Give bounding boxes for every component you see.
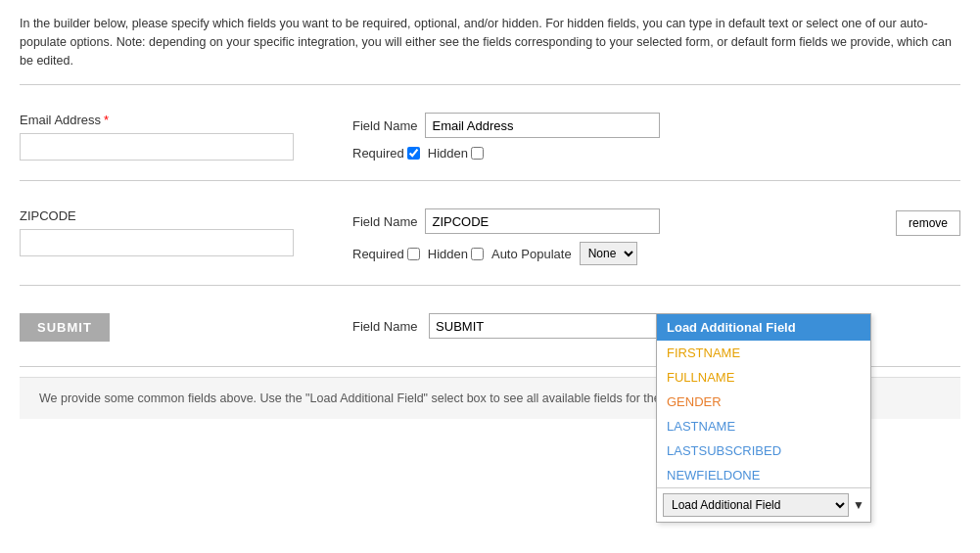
zipcode-field-name-input[interactable]	[425, 208, 660, 234]
zipcode-hidden-checkbox[interactable]	[471, 248, 484, 260]
zipcode-field-name-row: Field Name	[352, 208, 876, 234]
email-field-name-row: Field Name	[352, 113, 960, 138]
email-preview-label: Email Address*	[20, 113, 333, 127]
load-additional-header[interactable]: Load Additional Field	[657, 314, 870, 341]
dropdown-item-lastname[interactable]: LASTNAME	[657, 414, 870, 438]
zipcode-required-checkbox[interactable]	[407, 248, 420, 260]
dropdown-item-newfieldone[interactable]: NEWFIELDONE	[657, 463, 870, 487]
submit-field-name-row: Field Name Load Additional Field FIRSTNA…	[352, 313, 960, 339]
load-additional-dropdown: Load Additional Field FIRSTNAME FULLNAME…	[656, 313, 871, 523]
zipcode-hidden-label: Hidden	[428, 247, 484, 261]
email-settings: Field Name Required Hidden	[333, 113, 960, 161]
zipcode-auto-populate-label: Auto Populate	[491, 247, 572, 261]
email-field-row: Email Address* Field Name Required Hidde…	[20, 95, 960, 170]
email-required-checkbox[interactable]	[407, 147, 420, 160]
email-required-star: *	[104, 113, 109, 127]
email-hidden-checkbox[interactable]	[471, 147, 484, 160]
zipcode-auto-populate-select[interactable]: None	[580, 242, 637, 265]
email-field-name-label: Field Name	[352, 118, 417, 133]
dropdown-item-lastsubscribed[interactable]: LASTSUBSCRIBED	[657, 438, 870, 463]
submit-preview: SUBMIT	[20, 313, 333, 342]
divider-1	[20, 180, 960, 181]
zipcode-field-row: ZIPCODE Field Name Required Hidden Auto …	[20, 191, 960, 275]
dropdown-item-firstname[interactable]: FIRSTNAME	[657, 341, 870, 365]
zipcode-preview-input[interactable]	[20, 229, 294, 256]
submit-settings: Field Name Load Additional Field FIRSTNA…	[333, 313, 960, 346]
page-description: In the builder below, please specify whi…	[20, 15, 960, 69]
email-field-name-input[interactable]	[425, 113, 660, 138]
submit-field-name-input[interactable]	[429, 313, 664, 339]
zipcode-remove-button[interactable]: remove	[896, 210, 960, 236]
email-hidden-label: Hidden	[428, 146, 484, 161]
submit-preview-button[interactable]: SUBMIT	[20, 313, 110, 342]
divider-2	[20, 285, 960, 286]
submit-field-row: SUBMIT Field Name Load Additional Field …	[20, 296, 960, 356]
zipcode-field-name-label: Field Name	[352, 214, 417, 229]
zipcode-required-label: Required	[352, 247, 420, 261]
load-additional-select[interactable]: Load Additional Field	[663, 493, 849, 517]
email-preview-input[interactable]	[20, 133, 294, 161]
email-required-label: Required	[352, 146, 420, 161]
zipcode-options-row: Required Hidden Auto Populate None	[352, 242, 876, 265]
email-preview: Email Address*	[20, 113, 333, 161]
chevron-down-icon: ▼	[853, 498, 864, 512]
top-divider	[20, 84, 960, 85]
zipcode-settings: Field Name Required Hidden Auto Populate…	[333, 208, 876, 265]
zipcode-preview-label: ZIPCODE	[20, 208, 333, 223]
email-options-row: Required Hidden	[352, 146, 960, 161]
submit-field-name-label: Field Name	[352, 319, 417, 334]
zipcode-preview: ZIPCODE	[20, 208, 333, 256]
dropdown-item-gender[interactable]: GENDER	[657, 390, 870, 414]
dropdown-item-fullname[interactable]: FULLNAME	[657, 365, 870, 390]
load-additional-select-row: Load Additional Field ▼	[657, 487, 870, 522]
